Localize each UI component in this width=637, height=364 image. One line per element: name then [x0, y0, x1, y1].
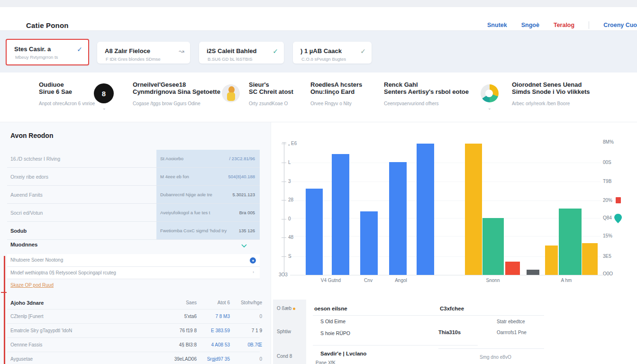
- feature-subtitle: Orvee Rngyv o Nity: [310, 101, 362, 106]
- chevron-down-icon[interactable]: [241, 244, 247, 248]
- bar-chart: „ E6L328048S3O3V4 GutndCnvAngolSnonnA hm…: [271, 122, 637, 294]
- rail-label: Sphtiw: [277, 329, 291, 334]
- x-axis-label: Snonn: [472, 278, 514, 283]
- features-band: Oudiuoe Sirue 6 Sae Anpot ohrecAcron 6 v…: [0, 73, 637, 122]
- cell: Ematrcle Slry gTagypdtl 'ldoN: [10, 324, 72, 338]
- rail-item-3[interactable]: Cond 8: [277, 354, 292, 359]
- card-title: ) 1 µAB Caack: [300, 47, 342, 55]
- stat-card-2[interactable]: A8 Zalır Fieloce F tDit Gres blondes SDm…: [97, 42, 190, 64]
- feature-item-3[interactable]: Sieur's SC Chreit atost Orty zsundKoae O: [249, 81, 293, 106]
- section-item-label: Mndef wethioptna 0§ Retysoeol Sopcingapl…: [10, 267, 116, 279]
- feature-item-2[interactable]: Orneilvel'Gesee18 Cynmdrignova Sina Sget…: [133, 81, 220, 106]
- x-axis-label: A hm: [545, 278, 588, 283]
- top-nav: Snutek Sngoè Teralog Croeny Cuo: [487, 21, 637, 29]
- feature-title: Orneilvel'Gesee18: [133, 81, 220, 88]
- cell: 7 1 9: [235, 324, 262, 338]
- cell: 4§ BI3:8: [164, 338, 197, 352]
- cell: CZtenlp [Funert: [10, 309, 43, 324]
- feature-subtitle: Arbec orly/reork /ben Boore: [512, 101, 590, 106]
- feature-title: Sieur's: [249, 81, 293, 88]
- row-label: Socri ed/Votun: [10, 204, 43, 222]
- feature-item-5[interactable]: Renck Gahl Senters Aertisy's rsbol eotoe…: [384, 81, 469, 106]
- detail-line: S hoie RÜPO: [320, 330, 350, 336]
- feature-title: Oudiuoe: [39, 81, 95, 88]
- cell: 5'xta6: [164, 309, 197, 324]
- y-axis-tick: [282, 200, 286, 200]
- divider: [313, 345, 478, 346]
- row-label: Sodub: [10, 222, 27, 240]
- badge-glyph: 8: [102, 90, 106, 98]
- feature-item-1[interactable]: Oudiuoe Sirue 6 Sae Anpot ohrecAcron 6 v…: [39, 81, 95, 106]
- cell: 0B.7Œ: [235, 338, 262, 352]
- right-axis-label: 00S: [603, 160, 611, 165]
- feature-title-2: Cynmdrignova Sina Sgetoette: [133, 88, 220, 95]
- bottom-left-rail: O ßæb Sphtiw Cond 8: [273, 300, 306, 364]
- teal-pin-legend-icon: [614, 214, 622, 223]
- feature-item-4[interactable]: RoedlesA hcsters Onu:linço Eard Orvee Rn…: [310, 81, 362, 106]
- feature-item-6[interactable]: Oiorodnet Senes Uenad Simds Snode i Vio …: [512, 81, 590, 106]
- row-label: 16./D sctchesr I Rlving: [10, 150, 60, 168]
- right-axis-label: Q84: [603, 215, 612, 220]
- right-axis-label: O0O: [603, 271, 613, 276]
- rail-label: Cond 8: [277, 354, 292, 359]
- chevron-icon: ›: [253, 270, 254, 274]
- divider: [438, 315, 544, 316]
- pie-chart-icon[interactable]: [481, 84, 499, 102]
- cell: 0: [235, 309, 262, 324]
- nav-link-1[interactable]: Snutek: [487, 22, 507, 28]
- person-avatar-icon[interactable]: [222, 84, 240, 102]
- number-8-badge-icon[interactable]: 8: [94, 83, 114, 103]
- stat-card-4[interactable]: ) 1 µAB Caack C.O.ö sPvutgn Bugtes ✓: [293, 42, 372, 64]
- row-value: / 23C2.81/96: [229, 150, 255, 168]
- card-subtitle: F tDit Gres blondes SDmse: [106, 56, 161, 62]
- stat-card-3[interactable]: i2S Caleit Bahled B.SU6 GD bL l6STBIS ✓: [199, 42, 284, 64]
- nav-link-4[interactable]: Croeny Cuo: [603, 22, 637, 28]
- data-row-4: Socri ed/Votun Aveiyufoikogol a fue tes …: [7, 204, 260, 222]
- stat-cards-band: Stes Casir. a Mbeuy Rvtymgrron ts ✓ A8 Z…: [0, 31, 637, 73]
- row-key: St Aooiorbo: [160, 150, 183, 168]
- feature-title-2: Onu:linço Eard: [310, 88, 362, 95]
- nav-link-2[interactable]: Sngoè: [521, 22, 539, 28]
- rail-label: O ßæb: [277, 306, 291, 311]
- stat-card-1[interactable]: Stes Casir. a Mbeuy Rvtymgrron ts ✓: [6, 39, 89, 65]
- right-axis-label: 20%: [603, 198, 612, 203]
- card-subtitle: B.SU6 GD bL l6STBIS: [208, 56, 253, 62]
- y-axis-tick: [282, 182, 286, 182]
- chart-bar: [417, 144, 434, 275]
- data-row-5: Sodub Fwetiomba CoxC sigrnd 'hdod try 13…: [7, 222, 260, 240]
- y-axis-tick: [282, 144, 286, 144]
- bottom-right-footer: Smg dno e8vO: [480, 355, 511, 360]
- row-value: 504(8)40.188: [228, 168, 255, 186]
- detail-line: Statr ebedtce: [497, 319, 525, 324]
- card-title: A8 Zalır Fieloce: [105, 47, 150, 55]
- section-item-2[interactable]: Mndef wethioptna 0§ Retysoeol Sopcingapl…: [7, 267, 260, 279]
- pie-center: [485, 90, 493, 97]
- see-report-link[interactable]: Skaze OP pod Ruud: [10, 282, 54, 288]
- detail-line: S Old Eime: [320, 318, 346, 324]
- x-axis-label: Angol: [380, 278, 422, 283]
- chart-bar: [545, 246, 558, 275]
- cell: 7 8 M3: [199, 309, 230, 324]
- table-row: CZtenlp [Funert 5'xta6 7 8 M3 0: [7, 309, 260, 323]
- col-header: Atot 6: [199, 297, 230, 309]
- bottom-middle-title: oeson eilsne: [314, 306, 347, 311]
- feature-title: Oiorodnet Senes Uenad: [512, 81, 590, 88]
- rail-item-1[interactable]: O ßæb: [277, 306, 295, 311]
- chart-bar: [527, 270, 539, 275]
- chart-bar: [505, 262, 520, 275]
- data-row-3: Aueend Fanits Dubanrecntl Njige aole tre…: [7, 186, 260, 204]
- chart-bar: [360, 211, 378, 275]
- chevron-down-icon: ⌄: [488, 106, 491, 110]
- section-item-1[interactable]: Nhutoere Soeer Nootong: [7, 254, 260, 267]
- check-icon: ✓: [273, 47, 278, 55]
- check-icon: ✓: [77, 46, 82, 53]
- rail-item-2[interactable]: Sphtiw: [277, 329, 291, 334]
- check-icon: ✓: [360, 47, 366, 55]
- top-strip: [0, 0, 637, 7]
- cell: Srgjd97 35: [199, 352, 230, 364]
- right-axis-label: 3E5: [603, 254, 611, 259]
- blue-status-icon: [250, 257, 256, 264]
- nav-link-3[interactable]: Teralog: [554, 22, 574, 28]
- red-square-legend-icon: [616, 197, 621, 203]
- right-axis-label: T9B: [603, 179, 611, 184]
